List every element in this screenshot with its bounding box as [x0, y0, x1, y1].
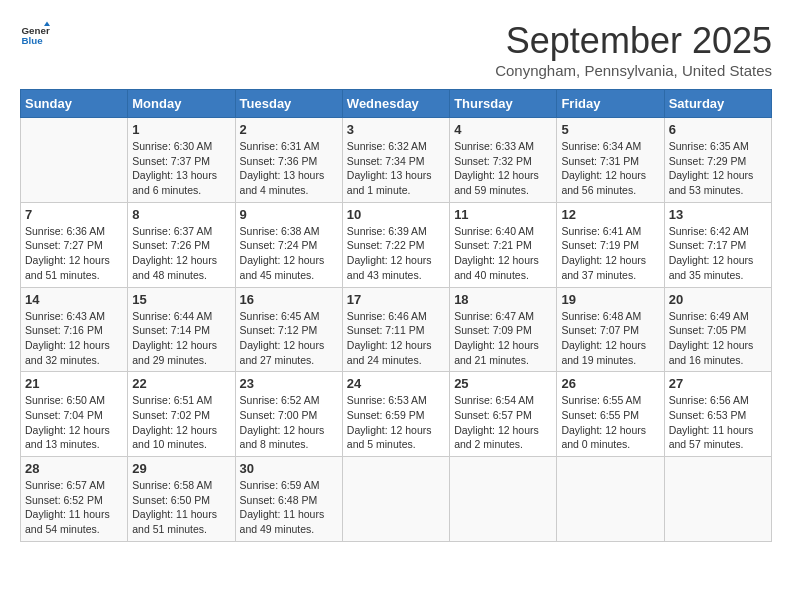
- day-info: Sunrise: 6:56 AMSunset: 6:53 PMDaylight:…: [669, 393, 767, 452]
- calendar-cell: [664, 457, 771, 542]
- day-number: 23: [240, 376, 338, 391]
- day-info: Sunrise: 6:46 AMSunset: 7:11 PMDaylight:…: [347, 309, 445, 368]
- day-info: Sunrise: 6:45 AMSunset: 7:12 PMDaylight:…: [240, 309, 338, 368]
- page-header: General Blue September 2025 Conyngham, P…: [20, 20, 772, 79]
- weekday-header-cell: Wednesday: [342, 90, 449, 118]
- calendar-week-row: 21Sunrise: 6:50 AMSunset: 7:04 PMDayligh…: [21, 372, 772, 457]
- day-info: Sunrise: 6:53 AMSunset: 6:59 PMDaylight:…: [347, 393, 445, 452]
- day-info: Sunrise: 6:35 AMSunset: 7:29 PMDaylight:…: [669, 139, 767, 198]
- day-number: 8: [132, 207, 230, 222]
- svg-marker-2: [44, 22, 50, 27]
- svg-text:Blue: Blue: [22, 35, 44, 46]
- logo: General Blue: [20, 20, 50, 50]
- calendar-cell: [342, 457, 449, 542]
- calendar-cell: 12Sunrise: 6:41 AMSunset: 7:19 PMDayligh…: [557, 202, 664, 287]
- calendar-cell: 24Sunrise: 6:53 AMSunset: 6:59 PMDayligh…: [342, 372, 449, 457]
- calendar-cell: 1Sunrise: 6:30 AMSunset: 7:37 PMDaylight…: [128, 118, 235, 203]
- weekday-header-cell: Saturday: [664, 90, 771, 118]
- title-area: September 2025 Conyngham, Pennsylvania, …: [495, 20, 772, 79]
- day-number: 17: [347, 292, 445, 307]
- day-number: 19: [561, 292, 659, 307]
- day-number: 14: [25, 292, 123, 307]
- day-number: 15: [132, 292, 230, 307]
- day-number: 12: [561, 207, 659, 222]
- calendar-week-row: 7Sunrise: 6:36 AMSunset: 7:27 PMDaylight…: [21, 202, 772, 287]
- day-number: 25: [454, 376, 552, 391]
- day-info: Sunrise: 6:42 AMSunset: 7:17 PMDaylight:…: [669, 224, 767, 283]
- calendar-cell: 17Sunrise: 6:46 AMSunset: 7:11 PMDayligh…: [342, 287, 449, 372]
- day-info: Sunrise: 6:59 AMSunset: 6:48 PMDaylight:…: [240, 478, 338, 537]
- day-number: 26: [561, 376, 659, 391]
- calendar-week-row: 28Sunrise: 6:57 AMSunset: 6:52 PMDayligh…: [21, 457, 772, 542]
- day-number: 16: [240, 292, 338, 307]
- calendar-cell: [557, 457, 664, 542]
- calendar-cell: 22Sunrise: 6:51 AMSunset: 7:02 PMDayligh…: [128, 372, 235, 457]
- day-number: 18: [454, 292, 552, 307]
- calendar-cell: [450, 457, 557, 542]
- logo-icon: General Blue: [20, 20, 50, 50]
- day-info: Sunrise: 6:51 AMSunset: 7:02 PMDaylight:…: [132, 393, 230, 452]
- day-number: 9: [240, 207, 338, 222]
- day-info: Sunrise: 6:41 AMSunset: 7:19 PMDaylight:…: [561, 224, 659, 283]
- day-number: 30: [240, 461, 338, 476]
- weekday-header-cell: Tuesday: [235, 90, 342, 118]
- day-info: Sunrise: 6:47 AMSunset: 7:09 PMDaylight:…: [454, 309, 552, 368]
- day-info: Sunrise: 6:54 AMSunset: 6:57 PMDaylight:…: [454, 393, 552, 452]
- calendar-body: 1Sunrise: 6:30 AMSunset: 7:37 PMDaylight…: [21, 118, 772, 542]
- calendar-cell: 4Sunrise: 6:33 AMSunset: 7:32 PMDaylight…: [450, 118, 557, 203]
- day-number: 2: [240, 122, 338, 137]
- calendar-cell: 7Sunrise: 6:36 AMSunset: 7:27 PMDaylight…: [21, 202, 128, 287]
- day-info: Sunrise: 6:52 AMSunset: 7:00 PMDaylight:…: [240, 393, 338, 452]
- calendar-cell: 3Sunrise: 6:32 AMSunset: 7:34 PMDaylight…: [342, 118, 449, 203]
- calendar-cell: 27Sunrise: 6:56 AMSunset: 6:53 PMDayligh…: [664, 372, 771, 457]
- day-info: Sunrise: 6:31 AMSunset: 7:36 PMDaylight:…: [240, 139, 338, 198]
- day-info: Sunrise: 6:40 AMSunset: 7:21 PMDaylight:…: [454, 224, 552, 283]
- day-info: Sunrise: 6:55 AMSunset: 6:55 PMDaylight:…: [561, 393, 659, 452]
- calendar-cell: 13Sunrise: 6:42 AMSunset: 7:17 PMDayligh…: [664, 202, 771, 287]
- calendar-cell: 2Sunrise: 6:31 AMSunset: 7:36 PMDaylight…: [235, 118, 342, 203]
- day-info: Sunrise: 6:57 AMSunset: 6:52 PMDaylight:…: [25, 478, 123, 537]
- calendar-cell: 15Sunrise: 6:44 AMSunset: 7:14 PMDayligh…: [128, 287, 235, 372]
- weekday-header-cell: Monday: [128, 90, 235, 118]
- day-number: 28: [25, 461, 123, 476]
- day-info: Sunrise: 6:34 AMSunset: 7:31 PMDaylight:…: [561, 139, 659, 198]
- day-info: Sunrise: 6:48 AMSunset: 7:07 PMDaylight:…: [561, 309, 659, 368]
- day-info: Sunrise: 6:44 AMSunset: 7:14 PMDaylight:…: [132, 309, 230, 368]
- calendar-cell: 5Sunrise: 6:34 AMSunset: 7:31 PMDaylight…: [557, 118, 664, 203]
- calendar-cell: 25Sunrise: 6:54 AMSunset: 6:57 PMDayligh…: [450, 372, 557, 457]
- day-number: 13: [669, 207, 767, 222]
- weekday-header-cell: Thursday: [450, 90, 557, 118]
- day-info: Sunrise: 6:38 AMSunset: 7:24 PMDaylight:…: [240, 224, 338, 283]
- svg-text:General: General: [22, 25, 51, 36]
- calendar-cell: 29Sunrise: 6:58 AMSunset: 6:50 PMDayligh…: [128, 457, 235, 542]
- calendar-cell: 8Sunrise: 6:37 AMSunset: 7:26 PMDaylight…: [128, 202, 235, 287]
- day-number: 22: [132, 376, 230, 391]
- calendar-cell: 18Sunrise: 6:47 AMSunset: 7:09 PMDayligh…: [450, 287, 557, 372]
- day-info: Sunrise: 6:50 AMSunset: 7:04 PMDaylight:…: [25, 393, 123, 452]
- calendar-table: SundayMondayTuesdayWednesdayThursdayFrid…: [20, 89, 772, 542]
- weekday-header-row: SundayMondayTuesdayWednesdayThursdayFrid…: [21, 90, 772, 118]
- calendar-cell: 21Sunrise: 6:50 AMSunset: 7:04 PMDayligh…: [21, 372, 128, 457]
- calendar-week-row: 1Sunrise: 6:30 AMSunset: 7:37 PMDaylight…: [21, 118, 772, 203]
- calendar-cell: 6Sunrise: 6:35 AMSunset: 7:29 PMDaylight…: [664, 118, 771, 203]
- calendar-cell: 16Sunrise: 6:45 AMSunset: 7:12 PMDayligh…: [235, 287, 342, 372]
- day-number: 4: [454, 122, 552, 137]
- calendar-cell: 11Sunrise: 6:40 AMSunset: 7:21 PMDayligh…: [450, 202, 557, 287]
- day-number: 3: [347, 122, 445, 137]
- day-number: 20: [669, 292, 767, 307]
- calendar-cell: 10Sunrise: 6:39 AMSunset: 7:22 PMDayligh…: [342, 202, 449, 287]
- calendar-cell: 14Sunrise: 6:43 AMSunset: 7:16 PMDayligh…: [21, 287, 128, 372]
- calendar-cell: 28Sunrise: 6:57 AMSunset: 6:52 PMDayligh…: [21, 457, 128, 542]
- weekday-header-cell: Sunday: [21, 90, 128, 118]
- calendar-cell: 30Sunrise: 6:59 AMSunset: 6:48 PMDayligh…: [235, 457, 342, 542]
- day-number: 5: [561, 122, 659, 137]
- day-info: Sunrise: 6:43 AMSunset: 7:16 PMDaylight:…: [25, 309, 123, 368]
- day-info: Sunrise: 6:30 AMSunset: 7:37 PMDaylight:…: [132, 139, 230, 198]
- calendar-cell: 26Sunrise: 6:55 AMSunset: 6:55 PMDayligh…: [557, 372, 664, 457]
- day-info: Sunrise: 6:37 AMSunset: 7:26 PMDaylight:…: [132, 224, 230, 283]
- day-info: Sunrise: 6:32 AMSunset: 7:34 PMDaylight:…: [347, 139, 445, 198]
- day-number: 29: [132, 461, 230, 476]
- calendar-week-row: 14Sunrise: 6:43 AMSunset: 7:16 PMDayligh…: [21, 287, 772, 372]
- day-number: 6: [669, 122, 767, 137]
- day-info: Sunrise: 6:33 AMSunset: 7:32 PMDaylight:…: [454, 139, 552, 198]
